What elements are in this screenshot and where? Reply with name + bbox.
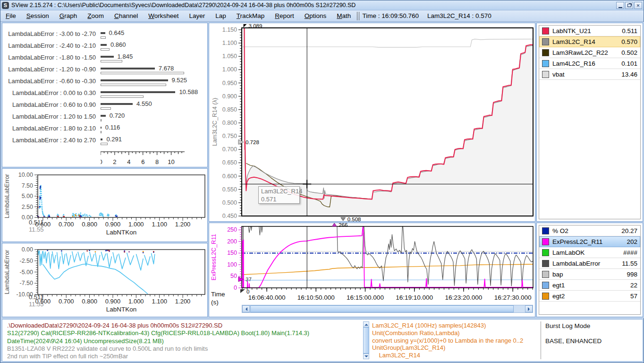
status-line: B1351-LZA08 V RR2222 validate cal curve … [7, 345, 309, 353]
menu-trackmap[interactable]: TrackMap [231, 11, 270, 21]
scatter-bottom-cursor-values: 0.511 11.55 [29, 294, 52, 308]
time-scrollbar[interactable] [242, 305, 533, 313]
svg-text:-7.50: -7.50 [20, 280, 34, 286]
scatter-top-panel[interactable]: 0.002.505.007.5010.000.6000.7000.8000.90… [2, 168, 208, 242]
time-tick-label: 16:15:00.000 [347, 294, 384, 301]
channel-row-ExPressL2C_R11[interactable]: ExPressL2C_R11202 [539, 236, 640, 247]
series-egt1 [242, 280, 533, 280]
scrollbar-thumb[interactable] [250, 305, 514, 312]
max-marker-value: 266 [339, 223, 347, 228]
channel-info-line: Lam3L2C_R14 (100Hz) samples(142843) [372, 322, 523, 329]
menu-graph[interactable]: Graph [54, 11, 83, 21]
bin-label: LambdaLabError : 0.60 to 0.90 [7, 101, 96, 108]
bin-label: LambdaLabError : -0.60 to -0.30 [7, 78, 96, 85]
channel-color-swatch [542, 27, 549, 35]
menu-layer[interactable]: Layer [184, 11, 210, 21]
channel-row-Lam4L2C_R16[interactable]: Lam4L2C_R160.101 [539, 58, 640, 69]
svg-text:-5.00: -5.00 [20, 269, 34, 276]
channel-info-line: convert using y=(x/1000)+0 to Lambda in … [372, 337, 523, 345]
time-tick-label: 16:19:10.000 [396, 294, 433, 301]
svg-text:1.100: 1.100 [152, 221, 167, 228]
channel-row-O2[interactable]: % O220.27 [539, 225, 640, 236]
channel-row-vbat[interactable]: vbat13.46 [539, 69, 640, 80]
workspace: LambdaLabError : -3.00 to -2.700.645Lamb… [0, 22, 644, 318]
channel-color-swatch [542, 249, 549, 256]
pressure-chart-panel[interactable]: 050100150200250ExPressL2C_R1116:06:40.00… [209, 223, 535, 317]
channel-row-LabNTK_U21[interactable]: LabNTK_U210.511 [539, 26, 640, 36]
lambda-channel-list[interactable]: LabNTK_U210.511Lam3L2C_R140.570Lam3RawL2… [539, 25, 641, 219]
channel-color-swatch [542, 293, 549, 300]
bin-bar [101, 103, 133, 105]
svg-text:0.800: 0.800 [222, 120, 237, 126]
channel-row-egt2[interactable]: egt257 [539, 291, 640, 302]
bin-bar-secondary [101, 131, 102, 133]
svg-text:LabNTKon: LabNTKon [106, 306, 137, 313]
channel-row-Lam3L2C_R14[interactable]: Lam3L2C_R140.570 [539, 36, 640, 47]
svg-text:8: 8 [155, 158, 159, 165]
pressure-chart-plot[interactable]: 050100150200250ExPressL2C_R1116:06:40.00… [209, 223, 535, 304]
bin-bar [101, 115, 106, 117]
svg-text:5.00: 5.00 [22, 193, 33, 199]
time-axis-title: Time (s) [211, 290, 225, 306]
channel-color-swatch [542, 282, 549, 289]
menu-lap[interactable]: Lap [210, 11, 231, 21]
histogram-panel[interactable]: LambdaLabError : -3.00 to -2.700.645Lamb… [2, 23, 208, 167]
series-streak [107, 253, 112, 268]
menu-channel[interactable]: Channel [109, 11, 143, 21]
time-tick-label: 16:10:50.000 [297, 294, 335, 301]
svg-text:10: 10 [168, 158, 174, 165]
svg-text:1.000: 1.000 [128, 298, 144, 305]
menu-file[interactable]: File [0, 11, 21, 21]
channel-value: 13.46 [621, 71, 637, 78]
bin-bar-secondary [101, 48, 110, 51]
channel-color-swatch [542, 49, 549, 56]
channel-info-scrollbar[interactable] [363, 321, 369, 359]
app-window: S SView 2.15.274 : C:\Users\Public\Docum… [0, 0, 644, 363]
channel-value: 998 [627, 271, 637, 278]
bin-bar-secondary [101, 95, 144, 98]
minimize-button[interactable] [616, 2, 624, 9]
scroll-up-button[interactable] [363, 321, 369, 327]
restore-button[interactable] [625, 2, 633, 9]
svg-text:6: 6 [141, 158, 144, 165]
min-marker-icon [240, 289, 245, 293]
scroll-down-icon [364, 355, 368, 359]
bin-label: LambdaLabError : 0.00 to 0.30 [7, 89, 96, 96]
close-button[interactable]: ✕ [634, 2, 642, 9]
scrollbar-thumb[interactable] [363, 327, 369, 354]
channel-color-swatch [542, 71, 549, 78]
channel-row-bap[interactable]: bap998 [539, 269, 640, 280]
svg-text:0: 0 [101, 158, 102, 165]
menu-report[interactable]: Report [270, 11, 299, 21]
svg-text:0.800: 0.800 [82, 221, 97, 228]
menu-worksheet[interactable]: Worksheet [143, 11, 184, 21]
channel-row-LamLabOK[interactable]: LamLabOK#### [539, 247, 640, 258]
min-marker-value: 0.508 [347, 216, 361, 221]
channel-row-Lam3RawL2C_R22[interactable]: Lam3RawL2C_R220.502 [539, 47, 640, 58]
scroll-right-button[interactable] [525, 305, 533, 312]
channel-row-LambdaLabError[interactable]: LambdaLabError11.55 [539, 258, 640, 269]
scatter-top-cursor-values: 0.511 11.55 [29, 219, 52, 233]
menu-math[interactable]: Math [331, 11, 356, 21]
svg-text:1.000: 1.000 [128, 221, 144, 228]
svg-text:0.700: 0.700 [59, 221, 74, 228]
channel-name: ExPressL2C_R11 [552, 238, 627, 245]
menu-session[interactable]: Session [21, 11, 54, 21]
menu-options[interactable]: Options [299, 11, 332, 21]
scroll-left-button[interactable] [242, 305, 250, 312]
svg-text:1.200: 1.200 [175, 298, 191, 305]
menu-zoom[interactable]: Zoom [82, 11, 109, 21]
channel-value: 0.511 [622, 27, 637, 35]
bin-label: LambdaLabError : 1.20 to 1.50 [7, 113, 96, 120]
channel-info-line: Lam3L2C_R14 [372, 352, 523, 359]
scroll-down-button[interactable] [363, 354, 369, 359]
pressure-channel-list[interactable]: % O220.27ExPressL2C_R11202LamLabOK####La… [539, 225, 641, 315]
max-marker-icon [332, 223, 337, 226]
main-chart-panel[interactable]: 0.4500.5000.5500.6000.6500.7000.7500.800… [209, 23, 535, 222]
bin-bar [101, 79, 168, 81]
svg-text:1.150: 1.150 [222, 26, 237, 33]
series-streak [144, 255, 150, 265]
scatter-bottom-panel[interactable]: 0.00-2.50-5.00-7.50-10.000.6000.7000.800… [2, 243, 208, 317]
channel-value: 0.502 [621, 49, 637, 56]
channel-row-egt1[interactable]: egt122 [539, 280, 640, 291]
